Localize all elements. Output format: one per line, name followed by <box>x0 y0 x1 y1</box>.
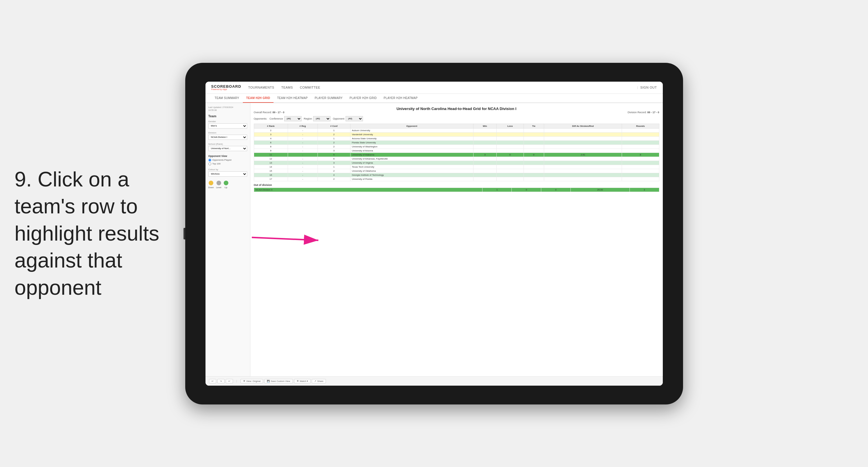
sidebar-school-dropdown[interactable]: University of Nort... <box>208 146 247 151</box>
sidebar-division-dropdown[interactable]: NCAA Division I <box>208 135 247 140</box>
toolbar-share[interactable]: ↗ Share <box>312 379 326 383</box>
col-tie: Tie <box>524 124 544 128</box>
cell-diff <box>544 161 622 165</box>
table-row[interactable]: 11 - 5 University of Alabama 3 0 0 2.61 … <box>254 153 659 157</box>
grid-records-row: Overall Record: 89 - 17 - 0 Division Rec… <box>254 111 659 114</box>
toolbar-view-original[interactable]: 👁 View: Original <box>241 379 263 383</box>
table-row[interactable]: 16 - 4 Georgia Institute of Technology <box>254 173 659 177</box>
cell-rounds <box>622 161 659 165</box>
cell-tie <box>524 140 544 144</box>
subnav-player-h2h-grid[interactable]: PLAYER H2H GRID <box>346 94 380 103</box>
cell-loss <box>497 128 524 132</box>
filter-opponent-select[interactable]: (All) <box>346 116 363 121</box>
grid-area: University of North Carolina Head-to-Hea… <box>250 103 663 376</box>
nav-separator: | <box>637 86 638 89</box>
cell-conf: 1 <box>317 128 350 132</box>
table-row[interactable]: 3 - 2 Vanderbilt University <box>254 132 659 136</box>
nav-committee[interactable]: COMMITTEE <box>300 85 320 90</box>
logo-text: SCOREBOARD <box>211 85 241 88</box>
grid-main-title: University of North Carolina Head-to-Hea… <box>254 107 659 111</box>
cell-reg: - <box>288 136 317 140</box>
cell-diff <box>544 165 622 169</box>
cell-reg: - <box>288 132 317 136</box>
legend-level: Level <box>216 181 221 189</box>
sub-navigation: TEAM SUMMARY TEAM H2H GRID TEAM H2H HEAT… <box>206 94 663 103</box>
cell-win <box>473 128 497 132</box>
radio-top100[interactable]: Top 100 <box>208 163 247 165</box>
toolbar-redo[interactable]: ↪ <box>217 379 225 383</box>
table-row[interactable]: 2 - 1 Auburn University <box>254 128 659 132</box>
cell-reg: - <box>288 128 317 132</box>
cell-tie: 0 <box>524 153 544 157</box>
cell-rank: 13 <box>254 161 288 165</box>
cell-ood-diff: 26.00 <box>570 187 629 192</box>
cell-tie <box>524 136 544 140</box>
filter-region-select[interactable]: (All) <box>313 116 331 121</box>
cell-reg: - <box>288 177 317 181</box>
out-of-division-row[interactable]: NCAA Division II 1 0 0 26.00 3 <box>254 187 659 192</box>
cell-tie <box>524 128 544 132</box>
table-row[interactable]: 17 - 2 University of Florida <box>254 177 659 181</box>
table-row[interactable]: 15 - 2 University of Oklahoma <box>254 169 659 173</box>
col-rank: # Rank <box>254 124 288 128</box>
sidebar-radio-group: Opponents Played Top 100 <box>208 159 247 165</box>
subnav-team-summary[interactable]: TEAM SUMMARY <box>211 94 243 103</box>
cell-diff <box>544 148 622 153</box>
sidebar-legend: Down Level Up <box>208 181 247 189</box>
grid-title-area: University of North Carolina Head-to-Hea… <box>254 107 659 114</box>
legend-down-dot <box>209 181 213 185</box>
cell-rank: 12 <box>254 157 288 161</box>
cell-tie <box>524 177 544 181</box>
toolbar-watch[interactable]: 👁 Watch ▾ <box>294 379 311 383</box>
table-row[interactable]: 12 - 6 University of Arkansas, Fayettevi… <box>254 157 659 161</box>
data-table: # Rank # Reg # Conf Opponent Win Loss Ti… <box>254 124 659 181</box>
col-opponent: Opponent <box>350 124 473 128</box>
division-record-label: Division Record: 88 - 17 - 0 <box>627 111 659 114</box>
cell-opponent: Florida State University <box>350 140 473 144</box>
filter-region: Region (All) <box>304 116 331 121</box>
cell-win <box>473 169 497 173</box>
cell-loss <box>497 148 524 153</box>
table-row[interactable]: 9 - 3 University of Arizona <box>254 148 659 153</box>
cell-rank: 8 <box>254 144 288 148</box>
table-row[interactable]: 6 - 2 Florida State University <box>254 140 659 144</box>
subnav-team-h2h-grid[interactable]: TEAM H2H GRID <box>243 94 274 103</box>
logo-area: SCOREBOARD Powered by clippi <box>211 85 241 90</box>
table-row[interactable]: 8 - 2 University of Washington <box>254 144 659 148</box>
cell-conf: 4 <box>317 173 350 177</box>
subnav-team-h2h-heatmap[interactable]: TEAM H2H HEATMAP <box>274 94 311 103</box>
cell-conf: 3 <box>317 148 350 153</box>
sign-out-button[interactable]: Sign out <box>640 85 657 90</box>
subnav-player-summary[interactable]: PLAYER SUMMARY <box>311 94 346 103</box>
cell-win <box>473 165 497 169</box>
nav-teams[interactable]: TEAMS <box>281 85 293 90</box>
table-row[interactable]: 13 - 3 University of Virginia <box>254 161 659 165</box>
toolbar-back[interactable]: ↩ <box>226 379 233 383</box>
filter-conference-select[interactable]: (All) <box>284 116 302 121</box>
cell-reg: - <box>288 153 317 157</box>
cell-opponent: Auburn University <box>350 128 473 132</box>
table-row[interactable]: 14 - 1 Texas Tech University <box>254 165 659 169</box>
cell-diff <box>544 157 622 161</box>
cell-tie <box>524 148 544 153</box>
cell-loss <box>497 136 524 140</box>
col-loss: Loss <box>497 124 524 128</box>
sidebar-gender-dropdown[interactable]: Men's <box>208 123 247 128</box>
cell-rounds <box>622 140 659 144</box>
radio-opponents-played[interactable]: Opponents Played <box>208 159 247 162</box>
cell-loss <box>497 161 524 165</box>
cell-conf: 6 <box>317 157 350 161</box>
cell-rounds <box>622 173 659 177</box>
cell-win <box>473 148 497 153</box>
cell-win <box>473 132 497 136</box>
subnav-player-h2h-heatmap[interactable]: PLAYER H2H HEATMAP <box>380 94 421 103</box>
cell-loss <box>497 132 524 136</box>
cell-opponent: Arizona State University <box>350 136 473 140</box>
sidebar-colour-dropdown[interactable]: Win/loss <box>208 171 247 177</box>
nav-tournaments[interactable]: TOURNAMENTS <box>248 85 274 90</box>
toolbar-undo[interactable]: ↩ <box>209 379 216 383</box>
table-row[interactable]: 4 - 1 Arizona State University <box>254 136 659 140</box>
cell-rounds <box>622 165 659 169</box>
toolbar-save-custom[interactable]: 💾 Save Custom View <box>264 379 292 383</box>
logo-powered: Powered by clippi <box>211 88 241 90</box>
